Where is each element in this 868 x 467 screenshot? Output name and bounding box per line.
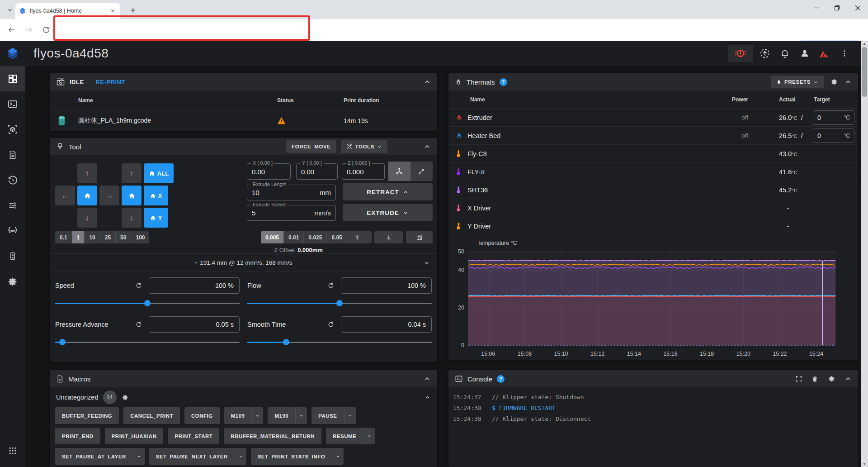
axis-y-field[interactable]: Y [ 0.00 ] 0.00 [296, 163, 338, 180]
macro-dropdown-chevron-icon[interactable] [133, 448, 145, 465]
macro-button-set_pause_at_layer[interactable]: SET_PAUSE_AT_LAYER [55, 448, 145, 465]
smooth-time-slider[interactable] [247, 339, 432, 345]
pressure-advance-reset-icon[interactable] [135, 321, 142, 328]
smooth-time-value-field[interactable]: 0.04 s [341, 316, 432, 333]
sidebar-apps-grid-icon[interactable] [0, 438, 25, 463]
window-minimize-button[interactable] [806, 0, 826, 15]
scrollbar-thumb[interactable] [862, 47, 867, 97]
window-close-button[interactable] [847, 0, 868, 15]
extrude-length-field[interactable]: Extrude Length 10 mm [247, 185, 336, 200]
help-icon[interactable]: ? [500, 78, 507, 86]
relative-move-toggle[interactable] [410, 162, 433, 181]
sidebar-item-configure[interactable] [0, 218, 25, 243]
presets-dropdown-button[interactable]: PRESETS [771, 76, 824, 88]
macro-dropdown-chevron-icon[interactable] [251, 407, 263, 424]
smooth-time-slider-thumb[interactable] [283, 339, 289, 345]
sidebar-item-settings[interactable] [0, 269, 25, 294]
speed-slider-thumb[interactable] [144, 300, 151, 306]
jog-x-minus-button[interactable]: ← [55, 186, 75, 205]
jog-z-down-button[interactable]: ↓ [77, 208, 97, 228]
home-y-axis-button[interactable] [122, 186, 142, 205]
collapse-chevron-icon[interactable] [844, 78, 852, 86]
jog-increment-100[interactable]: 100 [131, 231, 149, 243]
jog-y-plus-button[interactable]: ↑ [122, 163, 142, 183]
flow-slider-thumb[interactable] [336, 300, 343, 306]
target-input[interactable]: 0°C [813, 129, 854, 143]
sidebar-item-dashboard[interactable] [0, 66, 25, 91]
z-offset-lower-button[interactable] [374, 231, 403, 243]
temperature-chart[interactable]: Temperature °C 020405015:0615:0815:1015:… [448, 236, 858, 360]
window-restore-button[interactable] [826, 0, 847, 15]
macro-button-config[interactable]: CONFIG [184, 407, 220, 424]
flow-slider[interactable] [247, 300, 432, 306]
console-log[interactable]: 15:24:37// Klipper state: Shutdown15:24:… [448, 387, 858, 424]
help-icon[interactable]: ? [497, 375, 505, 383]
console-settings-gear-icon[interactable] [827, 375, 835, 383]
page-scrollbar[interactable]: ▲ ▼ [861, 41, 868, 467]
pressure-advance-slider[interactable] [55, 339, 240, 345]
browser-tab[interactable]: flyos-0a4d58 | Home × [15, 3, 120, 19]
sidebar-item-history[interactable] [0, 167, 25, 193]
collapse-chevron-icon[interactable] [424, 78, 431, 86]
z-offset-raise-button[interactable] [343, 231, 372, 243]
macro-dropdown-chevron-icon[interactable] [363, 428, 375, 444]
speed-slider[interactable] [55, 300, 240, 306]
reload-button[interactable] [39, 23, 53, 37]
fly-brand-icon[interactable] [816, 45, 833, 62]
jog-x-plus-button[interactable]: → [99, 186, 119, 205]
console-fullscreen-icon[interactable] [795, 375, 802, 382]
force-move-button[interactable]: FORCE_MOVE [286, 140, 336, 153]
jog-increment-10[interactable]: 10 [85, 231, 100, 243]
macro-button-rbuffer_material_return[interactable]: RBUFFER_MATERIAL_RETURN [224, 428, 321, 444]
new-tab-button[interactable]: + [127, 4, 139, 17]
macro-dropdown-chevron-icon[interactable] [332, 448, 344, 465]
macro-dropdown-chevron-icon[interactable] [235, 448, 246, 465]
z-increment-0.025[interactable]: 0.025 [304, 231, 327, 243]
macro-dropdown-chevron-icon[interactable] [295, 407, 307, 424]
tab-search-button[interactable] [4, 4, 16, 16]
thermals-settings-gear-icon[interactable] [830, 78, 838, 86]
jog-increment-0.1[interactable]: 0.1 [55, 231, 72, 243]
sidebar-item-gcode-preview[interactable] [0, 117, 25, 142]
macro-button-m190[interactable]: M190 [268, 407, 307, 424]
jog-increment-50[interactable]: 50 [116, 231, 131, 243]
macro-settings-gear-icon[interactable] [121, 394, 129, 401]
home-all-button[interactable]: ALL [144, 163, 174, 183]
collapse-chevron-icon[interactable] [844, 375, 852, 382]
macro-dropdown-chevron-icon[interactable] [344, 407, 356, 424]
sidebar-item-jobs[interactable] [0, 142, 25, 167]
z-increment-0.005[interactable]: 0.005 [261, 231, 284, 243]
z-increment-0.01[interactable]: 0.01 [284, 231, 304, 243]
extrusion-summary-row[interactable]: ~ 191.4 mm @ 12 mm³/s, 168 mm/s [50, 253, 437, 272]
macro-button-print_start[interactable]: PRINT_START [168, 428, 219, 444]
job-row[interactable]: 圆柱体_PLA_1h9m.gcode 14m 19s [50, 110, 437, 131]
target-input[interactable]: 0°C [813, 110, 854, 125]
app-menu-kebab-icon[interactable] [836, 45, 853, 62]
flow-value-field[interactable]: 100 % [341, 277, 432, 294]
update-available-icon[interactable] [757, 45, 773, 62]
macro-button-cancel_print[interactable]: CANCEL_PRINT [123, 407, 180, 424]
extrude-speed-field[interactable]: Extrude Speed 5 mm/s [247, 205, 336, 221]
back-button[interactable] [5, 23, 19, 37]
macro-button-print_end[interactable]: PRINT_END [55, 428, 100, 444]
macro-button-m109[interactable]: M109 [224, 407, 264, 424]
app-logo-layers-icon[interactable] [0, 41, 25, 66]
notifications-bell-icon[interactable] [777, 45, 793, 62]
retract-button[interactable]: RETRACT [343, 183, 433, 200]
sidebar-item-tune[interactable] [0, 193, 25, 218]
pressure-advance-slider-thumb[interactable] [59, 339, 66, 345]
collapse-chevron-icon[interactable] [424, 375, 431, 382]
jog-z-up-button[interactable]: ↑ [77, 163, 97, 183]
sidebar-item-system[interactable] [0, 243, 25, 269]
scroll-down-arrow-icon[interactable]: ▼ [861, 462, 868, 466]
home-x-button[interactable]: X [144, 186, 168, 205]
axis-z-field[interactable]: Z [ 0.000 ] 0.000 [342, 163, 385, 180]
emergency-stop-button[interactable] [728, 45, 753, 62]
macro-button-resume[interactable]: RESUME [326, 428, 375, 444]
jog-increment-1[interactable]: 1 [72, 231, 85, 243]
home-y-button[interactable]: Y [144, 208, 168, 228]
macro-button-set_pause_next_layer[interactable]: SET_PAUSE_NEXT_LAYER [149, 448, 246, 465]
home-x-axis-button[interactable] [77, 186, 97, 205]
category-collapse-chevron-icon[interactable] [424, 394, 431, 401]
console-clear-trash-icon[interactable] [811, 375, 818, 383]
